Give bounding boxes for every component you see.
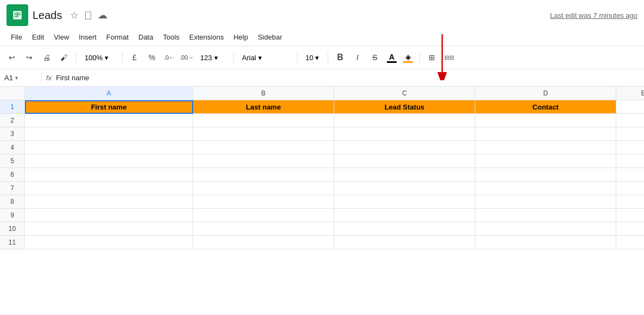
cell-d8[interactable] xyxy=(475,195,616,209)
cell-b2[interactable] xyxy=(193,114,334,127)
menu-file[interactable]: File xyxy=(7,31,27,43)
row-header-11[interactable]: 11 xyxy=(0,236,25,249)
zoom-dropdown[interactable]: 100% ▾ xyxy=(81,50,118,65)
strikethrough-button[interactable]: S xyxy=(367,50,382,65)
menu-sidebar[interactable]: Sidebar xyxy=(253,31,286,43)
cell-e6[interactable] xyxy=(616,168,644,182)
col-header-c[interactable]: C xyxy=(334,87,475,100)
row-header-7[interactable]: 7 xyxy=(0,182,25,195)
menu-data[interactable]: Data xyxy=(134,31,157,43)
text-color-button[interactable]: A xyxy=(385,52,399,64)
italic-button[interactable]: I xyxy=(350,50,365,65)
cell-a2[interactable] xyxy=(25,114,193,127)
cell-b10[interactable] xyxy=(193,222,334,236)
menu-extensions[interactable]: Extensions xyxy=(185,31,228,43)
row-header-4[interactable]: 4 xyxy=(0,141,25,155)
cell-e5[interactable] xyxy=(616,155,644,168)
percent-button[interactable]: % xyxy=(144,50,160,65)
menu-insert[interactable]: Insert xyxy=(74,31,101,43)
cell-a9[interactable] xyxy=(25,209,193,222)
row-header-10[interactable]: 10 xyxy=(0,222,25,236)
cell-a6[interactable] xyxy=(25,168,193,182)
redo-button[interactable]: ↪ xyxy=(22,50,37,65)
cell-a8[interactable] xyxy=(25,195,193,209)
cell-e11[interactable] xyxy=(616,236,644,249)
cell-d10[interactable] xyxy=(475,222,616,236)
row-header-1[interactable]: 1 xyxy=(0,100,25,114)
cell-c8[interactable] xyxy=(334,195,475,209)
star-icon[interactable]: ☆ xyxy=(70,9,79,21)
cell-c4[interactable] xyxy=(334,141,475,155)
cell-d11[interactable] xyxy=(475,236,616,249)
doc-title[interactable]: Leads xyxy=(33,9,62,22)
cell-a11[interactable] xyxy=(25,236,193,249)
cell-c11[interactable] xyxy=(334,236,475,249)
cell-c9[interactable] xyxy=(334,209,475,222)
cell-b5[interactable] xyxy=(193,155,334,168)
cell-d9[interactable] xyxy=(475,209,616,222)
cell-e4[interactable] xyxy=(616,141,644,155)
row-header-2[interactable]: 2 xyxy=(0,114,25,127)
cell-b4[interactable] xyxy=(193,141,334,155)
cell-e1[interactable] xyxy=(616,100,644,114)
cell-b6[interactable] xyxy=(193,168,334,182)
folder-icon[interactable]: ⎕ xyxy=(85,10,91,21)
cell-e7[interactable] xyxy=(616,182,644,195)
row-header-6[interactable]: 6 xyxy=(0,168,25,182)
last-edit[interactable]: Last edit was 7 minutes ago xyxy=(550,11,637,20)
cell-c10[interactable] xyxy=(334,222,475,236)
col-header-b[interactable]: B xyxy=(193,87,334,100)
cell-a4[interactable] xyxy=(25,141,193,155)
cell-c3[interactable] xyxy=(334,127,475,141)
cell-e9[interactable] xyxy=(616,209,644,222)
cell-e10[interactable] xyxy=(616,222,644,236)
cell-a5[interactable] xyxy=(25,155,193,168)
menu-format[interactable]: Format xyxy=(102,31,133,43)
merge-button[interactable]: ⊟⊟ xyxy=(442,50,457,65)
col-header-d[interactable]: D xyxy=(475,87,616,100)
cell-b9[interactable] xyxy=(193,209,334,222)
cell-d3[interactable] xyxy=(475,127,616,141)
fontsize-dropdown[interactable]: 10 ▾ xyxy=(302,50,323,65)
font-dropdown[interactable]: Arial ▾ xyxy=(238,50,292,65)
cell-d4[interactable] xyxy=(475,141,616,155)
cell-a10[interactable] xyxy=(25,222,193,236)
cell-c5[interactable] xyxy=(334,155,475,168)
col-header-e[interactable]: E xyxy=(616,87,644,100)
cell-c1[interactable]: Lead Status xyxy=(334,100,475,114)
cell-d5[interactable] xyxy=(475,155,616,168)
decimal-more-button[interactable]: .00→ xyxy=(179,50,194,65)
cell-reference[interactable]: A1 ▾ xyxy=(4,74,37,82)
decimal-less-button[interactable]: .0← xyxy=(162,50,177,65)
cell-b7[interactable] xyxy=(193,182,334,195)
format-123-dropdown[interactable]: 123 ▾ xyxy=(196,50,229,65)
formula-value[interactable]: First name xyxy=(56,74,640,82)
menu-edit[interactable]: Edit xyxy=(28,31,48,43)
cell-c6[interactable] xyxy=(334,168,475,182)
print-button[interactable]: 🖨 xyxy=(39,50,54,65)
currency-button[interactable]: £ xyxy=(127,50,142,65)
cell-c7[interactable] xyxy=(334,182,475,195)
menu-view[interactable]: View xyxy=(49,31,73,43)
row-header-3[interactable]: 3 xyxy=(0,127,25,141)
row-header-9[interactable]: 9 xyxy=(0,209,25,222)
cell-b8[interactable] xyxy=(193,195,334,209)
cell-c2[interactable] xyxy=(334,114,475,127)
cell-d6[interactable] xyxy=(475,168,616,182)
col-header-a[interactable]: A xyxy=(25,87,193,100)
cell-e8[interactable] xyxy=(616,195,644,209)
cell-e3[interactable] xyxy=(616,127,644,141)
borders-button[interactable]: ⊞ xyxy=(424,50,439,65)
fill-color-button[interactable]: ◈ xyxy=(401,52,415,64)
cell-b3[interactable] xyxy=(193,127,334,141)
undo-button[interactable]: ↩ xyxy=(4,50,20,65)
cell-a3[interactable] xyxy=(25,127,193,141)
cell-e2[interactable] xyxy=(616,114,644,127)
cell-ref-chevron[interactable]: ▾ xyxy=(15,75,18,81)
menu-tools[interactable]: Tools xyxy=(158,31,183,43)
menu-help[interactable]: Help xyxy=(229,31,252,43)
cell-d7[interactable] xyxy=(475,182,616,195)
cell-b1[interactable]: Last name xyxy=(193,100,334,114)
cell-d1[interactable]: Contact xyxy=(475,100,616,114)
paint-format-button[interactable]: 🖌 xyxy=(56,50,72,65)
